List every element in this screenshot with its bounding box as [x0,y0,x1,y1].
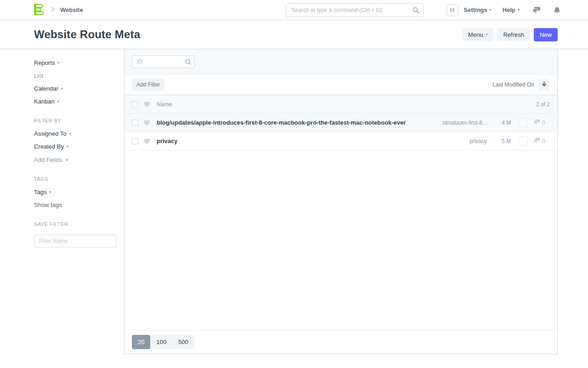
sidebar-item-show-tags[interactable]: Show tags [34,201,110,208]
sort-area: Last Modified On [492,79,550,90]
row-id-text: privacy [435,138,487,144]
navbar: Website M Settings ▾ Help ▾ [0,0,588,20]
arrow-down-icon [541,81,547,88]
chevron-down-icon: ▾ [58,61,60,65]
sidebar-item-label: Tags [34,189,46,196]
comment-group[interactable]: 0 [533,119,550,126]
sidebar-item-label: Kanban [34,98,55,105]
id-filter [132,55,195,68]
new-button[interactable]: New [534,28,558,41]
sidebar-item-add-fields[interactable]: Add Fields + [34,156,110,163]
sidebar-item-list[interactable]: List [34,72,110,79]
search-icon [412,6,419,15]
list-header-row: Name 2 of 2 [124,95,557,114]
row-modified-time: 5 M [495,138,511,144]
search-icon [185,58,192,67]
refresh-button-label: Refresh [503,31,524,38]
row-checkbox[interactable] [132,138,138,144]
page-length-20-button[interactable]: 20 [132,335,150,349]
global-search-input[interactable] [286,3,424,17]
chevron-down-icon: ▾ [518,8,520,12]
comment-icon [533,119,540,126]
tags-heading: TAGS [34,176,110,182]
sort-direction-button[interactable] [538,79,550,90]
global-search [286,3,424,17]
sort-field-selector[interactable]: Last Modified On [492,81,534,88]
row-title-link[interactable]: blog/updates/apple-introduces-first-8-co… [157,119,406,126]
breadcrumb[interactable]: Website [60,6,83,13]
page-length-500-button[interactable]: 500 [172,335,194,349]
chevron-down-icon: ▾ [67,145,68,149]
new-button-label: New [540,31,552,38]
comment-count: 0 [542,138,545,144]
chevron-down-icon: ▾ [490,8,492,12]
sidebar-item-reports[interactable]: Reports ▾ [34,59,110,66]
breadcrumb-chevron-icon [50,6,56,13]
page-head: Website Route Meta Menu ▾ Refresh New [0,20,588,49]
navbar-right: M Settings ▾ Help ▾ [447,4,561,16]
sidebar-item-label: Show tags [34,201,62,208]
sidebar-item-label: Add Fields [34,156,62,163]
chat-icon[interactable] [532,6,541,14]
sidebar-item-label: Reports [34,59,55,66]
row-id-text: ntroduces-first-8... [435,120,487,126]
assign-to-placeholder[interactable] [518,118,528,127]
list-empty-space [124,150,557,330]
comment-count: 0 [542,120,545,126]
assign-to-placeholder[interactable] [518,136,528,146]
plus-icon: + [65,156,68,163]
list-row[interactable]: privacy privacy 5 M 0 [124,132,557,150]
filter-toolbar: Add Filter Last Modified On [124,75,557,95]
page-title: Website Route Meta [34,28,140,41]
sidebar-item-tags[interactable]: Tags ▾ [34,189,110,196]
page-actions: Menu ▾ Refresh New [462,28,558,41]
sidebar-item-assigned-to[interactable]: Assigned To ▾ [34,130,110,137]
bell-icon[interactable] [554,6,560,14]
heart-icon[interactable] [143,138,151,144]
row-title-link[interactable]: privacy [157,138,178,144]
chevron-down-icon: ▾ [49,190,51,194]
menu-button-label: Menu [468,31,483,38]
select-all-checkbox[interactable] [132,101,138,108]
list-sidebar: Reports ▾ List Calendar ▾ Kanban ▾ FILTE… [34,49,124,247]
list-container: Add Filter Last Modified On Name 2 of 2 [124,49,558,354]
comment-icon [533,138,540,145]
filter-name-input[interactable] [34,235,117,247]
refresh-button[interactable]: Refresh [497,28,530,41]
menu-button[interactable]: Menu ▾ [462,28,494,41]
sidebar-item-label: Calendar [34,85,58,92]
help-menu[interactable]: Help ▾ [503,6,520,13]
row-checkbox[interactable] [132,120,138,126]
avatar[interactable]: M [447,4,458,16]
navbar-breadcrumb-area: Website [34,3,83,17]
add-filter-button[interactable]: Add Filter [132,79,164,91]
sidebar-item-label: List [34,72,43,79]
settings-menu[interactable]: Settings ▾ [464,6,492,13]
save-filter-heading: SAVE FILTER [34,221,110,227]
chevron-down-icon: ▾ [61,87,63,91]
page-length-100-button[interactable]: 100 [150,335,172,349]
sidebar-item-label: Assigned To [34,130,67,137]
row-modified-time: 4 M [495,120,511,126]
sidebar-item-kanban[interactable]: Kanban ▾ [34,98,110,105]
filter-by-heading: FILTER BY [34,118,110,123]
heart-icon[interactable] [143,101,151,108]
chevron-down-icon: ▾ [486,33,487,36]
settings-label: Settings [464,6,487,13]
sidebar-item-calendar[interactable]: Calendar ▾ [34,85,110,92]
main-layout: Reports ▾ List Calendar ▾ Kanban ▾ FILTE… [0,49,588,354]
standard-filter-area [124,49,557,75]
chevron-down-icon: ▾ [69,132,71,136]
list-row[interactable]: blog/updates/apple-introduces-first-8-co… [124,114,557,132]
sidebar-item-created-by[interactable]: Created By ▾ [34,143,110,150]
app-logo-icon[interactable] [34,3,45,17]
row-meta: ntroduces-first-8... 4 M 0 [435,118,550,127]
sidebar-item-label: Created By [34,143,64,150]
heart-icon[interactable] [143,119,151,126]
result-count[interactable]: 2 of 2 [536,101,550,108]
comment-group[interactable]: 0 [533,138,550,145]
chevron-down-icon: ▾ [57,100,59,104]
name-column-header: Name [157,101,172,108]
list-footer: 20 100 500 [124,330,557,354]
help-label: Help [503,6,515,13]
